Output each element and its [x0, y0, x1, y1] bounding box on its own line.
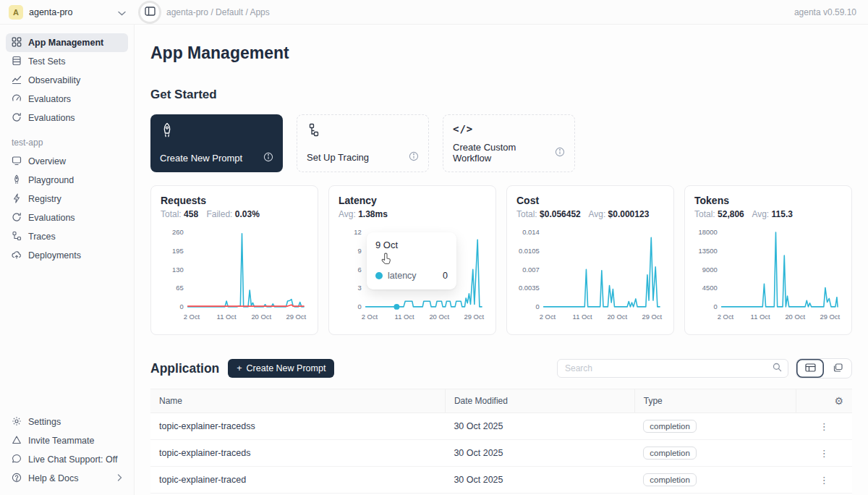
- sidebar-item-label: Playground: [28, 175, 74, 185]
- create-new-prompt-card[interactable]: Create New Prompt: [150, 114, 283, 172]
- workspace-selector[interactable]: A agenta-pro: [0, 5, 135, 20]
- svg-text:29 Oct: 29 Oct: [464, 313, 485, 321]
- app-name[interactable]: topic-explainer-traced: [150, 467, 445, 494]
- svg-text:0.014: 0.014: [522, 228, 540, 236]
- card-label: Create New Prompt: [160, 153, 242, 164]
- workspace-avatar: A: [9, 5, 23, 20]
- svg-text:0: 0: [535, 302, 539, 310]
- table-row[interactable]: topic-explainer-tracedss 30 Oct 2025 com…: [150, 413, 852, 440]
- svg-text:12: 12: [354, 228, 361, 236]
- app-date: 30 Oct 2025: [445, 440, 634, 467]
- tooltip-series-name: latency: [388, 271, 417, 281]
- cost-chart[interactable]: 00.00350.0070.01050.0142 Oct11 Oct20 Oct…: [516, 227, 664, 326]
- card-label: Create Custom Workflow: [453, 142, 555, 164]
- test-sets-icon: [12, 56, 22, 68]
- info-icon: [555, 147, 565, 159]
- cursor-hand-icon: [381, 252, 448, 268]
- table-view-icon: [805, 362, 816, 375]
- application-header: Application + Create New Prompt: [150, 358, 852, 378]
- table-settings-gear-icon[interactable]: ⚙: [834, 395, 843, 407]
- help-circle-icon: [12, 473, 22, 485]
- sidebar-item-invite-teammate[interactable]: Invite Teammate: [6, 431, 128, 450]
- tokens-chart[interactable]: 04500900013500180002 Oct11 Oct20 Oct29 O…: [694, 227, 842, 326]
- chart-title: Cost: [516, 195, 664, 206]
- cloud-upload-icon: [12, 250, 22, 262]
- search-box[interactable]: [557, 359, 788, 378]
- svg-text:20 Oct: 20 Oct: [607, 313, 627, 321]
- column-header-name[interactable]: Name: [150, 389, 445, 413]
- metrics-charts-row: Requests Total: 458 Failed: 0.03% 065130…: [150, 185, 852, 335]
- search-icon[interactable]: [773, 362, 782, 375]
- workspace-name: agenta-pro: [29, 7, 112, 17]
- create-new-prompt-button[interactable]: + Create New Prompt: [228, 359, 334, 378]
- sidebar-item-live-chat[interactable]: Live Chat Support: Off: [6, 450, 128, 469]
- svg-text:20 Oct: 20 Oct: [785, 313, 805, 321]
- sidebar-toggle-button[interactable]: [140, 3, 159, 22]
- breadcrumb[interactable]: agenta-pro / Default / Apps: [166, 7, 270, 17]
- app-version: agenta v0.59.10: [794, 7, 856, 17]
- sidebar-item-label: Deployments: [28, 250, 81, 261]
- set-up-tracing-card[interactable]: Set Up Tracing: [297, 114, 429, 172]
- lightning-icon: [12, 193, 22, 206]
- get-started-cards: Create New Prompt Set Up Tracing </> Cre…: [150, 114, 852, 172]
- tokens-chart-card: Tokens Total: 52,806 Avg: 115.3 04500900…: [684, 185, 852, 335]
- svg-text:6: 6: [357, 266, 361, 274]
- sidebar-item-label: Evaluators: [28, 94, 71, 104]
- sidebar-item-label: Registry: [28, 194, 61, 204]
- search-input[interactable]: [565, 363, 773, 373]
- table-row[interactable]: topic-explainer-traceds 30 Oct 2025 comp…: [150, 440, 852, 467]
- sidebar-item-playground[interactable]: Playground: [6, 171, 128, 190]
- row-actions-menu[interactable]: ⋮: [796, 440, 852, 467]
- row-actions-menu[interactable]: ⋮: [796, 413, 852, 440]
- chart-title: Latency: [339, 195, 486, 206]
- sidebar-item-observability[interactable]: Observability: [6, 71, 128, 90]
- table-view-button[interactable]: [796, 359, 824, 378]
- sidebar: App Management Test Sets Observability E…: [0, 25, 135, 495]
- app-name[interactable]: topic-explainer-tracedss: [150, 413, 445, 440]
- application-heading: Application: [150, 361, 219, 376]
- sidebar-item-help-docs[interactable]: Help & Docs: [6, 469, 128, 488]
- requests-chart[interactable]: 0651301952602 Oct11 Oct20 Oct29 Oct: [161, 227, 308, 326]
- svg-text:130: 130: [172, 266, 184, 274]
- column-header-type[interactable]: Type: [634, 389, 796, 413]
- svg-text:9000: 9000: [702, 266, 718, 274]
- chart-stats: Total: 458 Failed: 0.03%: [161, 209, 308, 219]
- svg-text:65: 65: [176, 284, 183, 292]
- sidebar-item-evaluations-app[interactable]: Evaluations: [6, 208, 128, 227]
- svg-text:0: 0: [713, 302, 717, 310]
- sidebar-item-traces[interactable]: Traces: [6, 227, 128, 246]
- sidebar-item-app-management[interactable]: App Management: [6, 33, 128, 52]
- svg-text:0.0105: 0.0105: [519, 247, 540, 255]
- app-date: 30 Oct 2025: [445, 467, 634, 494]
- column-header-date-modified[interactable]: Date Modified: [445, 389, 634, 413]
- create-custom-workflow-card[interactable]: </> Create Custom Workflow: [443, 114, 575, 172]
- svg-text:0.007: 0.007: [522, 266, 540, 274]
- row-actions-menu[interactable]: ⋮: [796, 467, 852, 494]
- gauge-icon: [12, 93, 22, 106]
- sidebar-item-settings[interactable]: Settings: [6, 412, 128, 431]
- table-row[interactable]: topic-explainer-traced 30 Oct 2025 compl…: [150, 467, 852, 494]
- chevron-down-icon: [118, 6, 126, 19]
- sidebar-item-label: App Management: [28, 38, 103, 48]
- app-name[interactable]: topic-explainer-traceds: [150, 440, 445, 467]
- card-view-button[interactable]: [824, 359, 851, 378]
- svg-text:195: 195: [172, 247, 184, 255]
- sidebar-item-deployments[interactable]: Deployments: [6, 246, 128, 265]
- rocket-icon: [12, 174, 22, 187]
- chart-title: Requests: [161, 195, 308, 206]
- sidebar-item-label: Observability: [28, 75, 80, 85]
- sidebar-item-evaluators[interactable]: Evaluators: [6, 90, 128, 109]
- sidebar-item-evaluations[interactable]: Evaluations: [6, 109, 128, 127]
- svg-text:29 Oct: 29 Oct: [286, 313, 307, 321]
- type-badge: completion: [643, 473, 697, 486]
- sidebar-item-registry[interactable]: Registry: [6, 190, 128, 208]
- sidebar-item-label: Live Chat Support: Off: [28, 454, 117, 465]
- sidebar-item-test-sets[interactable]: Test Sets: [6, 52, 128, 71]
- invite-teammate-icon: [12, 435, 22, 447]
- series-dot: [375, 272, 383, 279]
- svg-text:11 Oct: 11 Oct: [573, 313, 592, 321]
- svg-text:20 Oct: 20 Oct: [251, 313, 271, 321]
- monitor-icon: [12, 156, 22, 168]
- svg-text:13500: 13500: [699, 247, 718, 255]
- sidebar-item-overview[interactable]: Overview: [6, 152, 128, 171]
